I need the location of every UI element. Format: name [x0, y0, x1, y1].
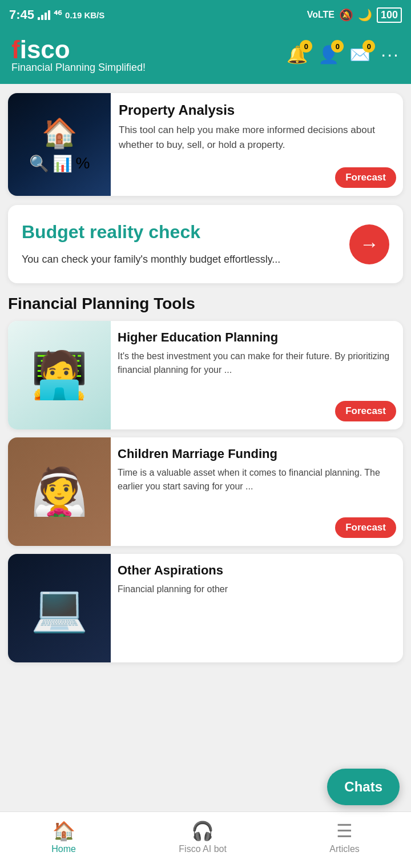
education-forecast-button[interactable]: Forecast: [335, 401, 396, 421]
mail-badge: 0: [362, 40, 375, 53]
bride-icon: 👰: [31, 465, 88, 519]
tech-icons: 🔍 📊 %: [29, 154, 90, 173]
nav-ai-bot[interactable]: 🎧 Fisco AI bot: [179, 820, 227, 854]
articles-nav-icon: ☰: [336, 820, 353, 842]
other-card-image: 💻: [8, 554, 111, 662]
profile-notification[interactable]: 👤 0: [318, 45, 339, 65]
property-card-image: 🏠 🔍 📊 %: [8, 93, 111, 196]
education-card-title: Higher Education Planning: [118, 330, 396, 345]
higher-education-card: 🧑‍💻 Higher Education Planning It's the b…: [8, 321, 403, 429]
property-card-body: Property Analysis This tool can help you…: [111, 93, 403, 196]
education-image-content: 🧑‍💻: [8, 321, 111, 429]
nav-articles[interactable]: ☰ Articles: [329, 820, 359, 854]
budget-card-desc: You can check your family's monthly budg…: [22, 252, 280, 267]
bell-badge: 0: [300, 40, 312, 53]
property-card-desc: This tool can help you make more informe…: [119, 123, 395, 152]
mail-notification[interactable]: ✉️ 0: [349, 45, 370, 65]
bell-notification[interactable]: 🔔 0: [287, 45, 308, 65]
profile-badge: 0: [331, 40, 344, 53]
budget-card-title: Budget reality check: [22, 221, 280, 243]
other-card-body: Other Aspirations Financial planning for…: [111, 554, 403, 662]
marriage-card-image: 👰: [8, 437, 111, 546]
other-card-desc: Financial planning for other: [118, 582, 396, 596]
search-icon: 🔍: [29, 154, 49, 173]
house-icon: 🏠: [42, 116, 77, 150]
status-left: 7:45 ⁴⁶ 0.19 KB/S: [9, 7, 104, 22]
bottom-navigation: 🏠 Home 🎧 Fisco AI bot ☰ Articles: [0, 811, 411, 868]
marriage-forecast-button[interactable]: Forecast: [335, 517, 396, 538]
articles-nav-label: Articles: [329, 844, 359, 854]
volte-icon: VoLTE: [307, 10, 335, 20]
tablet-icon: 💻: [31, 581, 88, 635]
app-header: fisco Financial Planning Simplified! 🔔 0…: [0, 30, 411, 84]
chats-fab-button[interactable]: Chats: [327, 769, 400, 805]
more-options-button[interactable]: ···: [381, 44, 400, 65]
battery-icon: 100: [377, 7, 402, 23]
other-aspirations-card: 💻 Other Aspirations Financial planning f…: [8, 554, 403, 662]
app-tagline: Financial Planning Simplified!: [11, 62, 146, 74]
logo-f: f: [11, 35, 20, 63]
network-type: ⁴⁶: [54, 9, 62, 21]
budget-reality-check-card: Budget reality check You can check your …: [8, 205, 403, 283]
app-logo: fisco: [11, 35, 146, 64]
status-right: VoLTE 🔕 🌙 100: [307, 7, 402, 23]
marriage-card-title: Children Marriage Funding: [118, 447, 396, 461]
property-analysis-card: 🏠 🔍 📊 % Property Analysis This tool can …: [8, 93, 403, 196]
home-nav-icon: 🏠: [53, 820, 75, 842]
ai-bot-nav-icon: 🎧: [191, 820, 214, 842]
home-nav-label: Home: [51, 844, 76, 854]
speed-display: 0.19 KB/S: [65, 10, 104, 20]
education-card-desc: It's the best investment you can make fo…: [118, 349, 396, 377]
nav-home[interactable]: 🏠 Home: [51, 820, 76, 854]
main-content: 🏠 🔍 📊 % Property Analysis This tool can …: [0, 84, 411, 763]
budget-arrow-button[interactable]: →: [349, 224, 389, 264]
ai-bot-nav-label: Fisco AI bot: [179, 844, 227, 854]
property-card-title: Property Analysis: [119, 102, 395, 118]
financial-tools-heading: Financial Planning Tools: [8, 295, 403, 313]
signal-icon: [38, 10, 50, 20]
header-icons: 🔔 0 👤 0 ✉️ 0 ···: [287, 44, 400, 65]
marriage-image-content: 👰: [8, 437, 111, 546]
logo-section: fisco Financial Planning Simplified!: [11, 35, 146, 74]
property-image-content: 🏠 🔍 📊 %: [8, 93, 111, 196]
education-card-body: Higher Education Planning It's the best …: [111, 321, 403, 429]
time-display: 7:45: [9, 7, 34, 22]
other-image-content: 💻: [8, 554, 111, 662]
arrow-right-icon: →: [360, 233, 379, 255]
status-bar: 7:45 ⁴⁶ 0.19 KB/S VoLTE 🔕 🌙 100: [0, 0, 411, 30]
marriage-funding-card: 👰 Children Marriage Funding Time is a va…: [8, 437, 403, 546]
marriage-card-desc: Time is a valuable asset when it comes t…: [118, 466, 396, 493]
mute-icon: 🔕: [339, 8, 353, 22]
budget-card-content: Budget reality check You can check your …: [22, 221, 280, 267]
percent-icon: %: [76, 154, 90, 173]
moon-icon: 🌙: [358, 8, 372, 22]
other-card-title: Other Aspirations: [118, 563, 396, 578]
chart-icon: 📊: [53, 154, 72, 173]
property-forecast-button[interactable]: Forecast: [335, 167, 396, 188]
education-card-image: 🧑‍💻: [8, 321, 111, 429]
student-icon: 🧑‍💻: [31, 348, 88, 402]
marriage-card-body: Children Marriage Funding Time is a valu…: [111, 437, 403, 546]
